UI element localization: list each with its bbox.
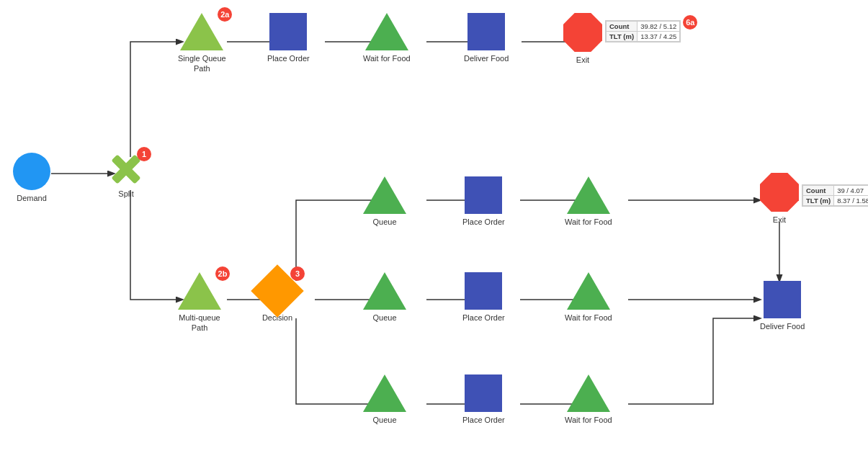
node-2a-shape: 2a xyxy=(180,13,223,50)
triangle-wait-food-1 xyxy=(365,13,408,50)
place-order-top-label: Place Order xyxy=(462,217,505,227)
stats-box-6a: Count 39.82 / 5.12 TLT (m) 13.37 / 4.25 … xyxy=(605,20,681,42)
diagram: Demand 1 Split 2a Single Queue Path 2b M… xyxy=(0,0,868,471)
exit-1-label: Exit xyxy=(576,55,589,65)
diamond-wrapper xyxy=(259,272,296,310)
wait-food-1-shape xyxy=(365,13,408,50)
deliver-food-2-shape xyxy=(764,281,801,318)
demand-label: Demand xyxy=(17,193,47,203)
square-place-order-bot xyxy=(465,374,502,412)
exit-1-shape xyxy=(563,13,602,52)
split-node: 1 Split xyxy=(109,153,143,199)
queue-bot-node: Queue xyxy=(363,374,406,425)
place-order-top-node: Place Order xyxy=(462,176,505,227)
wait-food-bot-label: Wait for Food xyxy=(565,415,612,425)
triangle-wait-food-top xyxy=(567,176,610,214)
deliver-food-1-node: Deliver Food xyxy=(464,13,509,63)
octagon-exit-2 xyxy=(760,173,799,212)
wait-food-1-node: Wait for Food xyxy=(363,13,411,63)
place-order-mid-shape xyxy=(465,272,502,310)
exit-2-shape xyxy=(760,173,799,212)
triangle-queue-bot xyxy=(363,374,406,412)
stats-6a-tlt-val: 13.37 / 4.25 xyxy=(637,32,680,42)
wait-food-top-node: Wait for Food xyxy=(565,176,612,227)
place-order-bot-node: Place Order xyxy=(462,374,505,425)
triangle-queue-mid xyxy=(363,272,406,310)
label-2b: Multi-queue Path xyxy=(179,313,220,333)
stats-6a-count-val: 39.82 / 5.12 xyxy=(637,22,680,32)
decision-shape: 3 xyxy=(259,272,296,310)
queue-mid-node: Queue xyxy=(363,272,406,323)
queue-mid-label: Queue xyxy=(372,313,396,323)
split-label: Split xyxy=(118,189,133,199)
queue-top-shape xyxy=(363,176,406,214)
place-order-bot-shape xyxy=(465,374,502,412)
triangle-wait-food-bot xyxy=(567,374,610,412)
split-shape-wrapper: 1 xyxy=(109,153,143,186)
queue-mid-shape xyxy=(363,272,406,310)
wait-food-mid-label: Wait for Food xyxy=(565,313,612,323)
wait-food-1-label: Wait for Food xyxy=(363,53,411,63)
badge-6a: 6a xyxy=(683,15,697,30)
place-order-mid-label: Place Order xyxy=(462,313,505,323)
stats-6a-tlt-label: TLT (m) xyxy=(607,32,637,42)
exit-2-label: Exit xyxy=(773,215,786,225)
square-deliver-food-2 xyxy=(764,281,801,318)
octagon-exit-1 xyxy=(563,13,602,52)
queue-top-node: Queue xyxy=(363,176,406,227)
exit-2-node: Exit Count 39 / 4.07 TLT (m) 8.37 / 1.58… xyxy=(760,173,799,225)
queue-top-label: Queue xyxy=(372,217,396,227)
wait-food-bot-node: Wait for Food xyxy=(565,374,612,425)
wait-food-top-label: Wait for Food xyxy=(565,217,612,227)
label-2a: Single Queue Path xyxy=(178,53,226,74)
place-order-1-node: Place Order xyxy=(267,13,310,63)
deliver-food-2-node: Deliver Food xyxy=(760,281,805,331)
stats-box-6b: Count 39 / 4.07 TLT (m) 8.37 / 1.58 6b xyxy=(802,184,868,207)
wait-food-bot-shape xyxy=(567,374,610,412)
stats-6a-count-label: Count xyxy=(607,22,637,32)
wait-food-mid-node: Wait for Food xyxy=(565,272,612,323)
badge-2b: 2b xyxy=(215,266,230,281)
place-order-mid-node: Place Order xyxy=(462,272,505,323)
wait-food-mid-shape xyxy=(567,272,610,310)
deliver-food-1-shape xyxy=(467,13,505,50)
stats-6b-count-label: Count xyxy=(803,186,834,196)
square-place-order-mid xyxy=(465,272,502,310)
triangle-queue-top xyxy=(363,176,406,214)
triangle-wait-food-mid xyxy=(567,272,610,310)
demand-node: Demand xyxy=(13,153,50,203)
triangle-2b xyxy=(178,272,221,310)
place-order-bot-label: Place Order xyxy=(462,415,505,425)
square-place-order-top xyxy=(465,176,502,214)
decision-node: 3 Decision xyxy=(259,272,296,323)
node-2b: 2b Multi-queue Path xyxy=(178,272,221,333)
deliver-food-1-label: Deliver Food xyxy=(464,53,509,63)
square-place-order-1 xyxy=(269,13,307,50)
deliver-food-2-label: Deliver Food xyxy=(760,321,805,331)
wait-food-top-shape xyxy=(567,176,610,214)
stats-6b-tlt-val: 8.37 / 1.58 xyxy=(834,196,868,206)
square-deliver-food-1 xyxy=(467,13,505,50)
queue-bot-shape xyxy=(363,374,406,412)
stats-6b-tlt-label: TLT (m) xyxy=(803,196,834,206)
node-2a: 2a Single Queue Path xyxy=(178,13,226,74)
triangle-2a xyxy=(180,13,223,50)
place-order-top-shape xyxy=(465,176,502,214)
stats-6b-count-val: 39 / 4.07 xyxy=(834,186,868,196)
queue-bot-label: Queue xyxy=(372,415,396,425)
exit-1-node: Exit Count 39.82 / 5.12 TLT (m) 13.37 / … xyxy=(563,13,602,65)
demand-circle xyxy=(13,153,50,190)
place-order-1-label: Place Order xyxy=(267,53,310,63)
badge-3: 3 xyxy=(290,266,305,281)
split-badge: 1 xyxy=(137,147,151,161)
demand-shape xyxy=(13,153,50,190)
place-order-1-shape xyxy=(269,13,307,50)
flow-lines xyxy=(0,0,868,471)
node-2b-shape: 2b xyxy=(178,272,221,310)
badge-2a: 2a xyxy=(218,7,232,22)
